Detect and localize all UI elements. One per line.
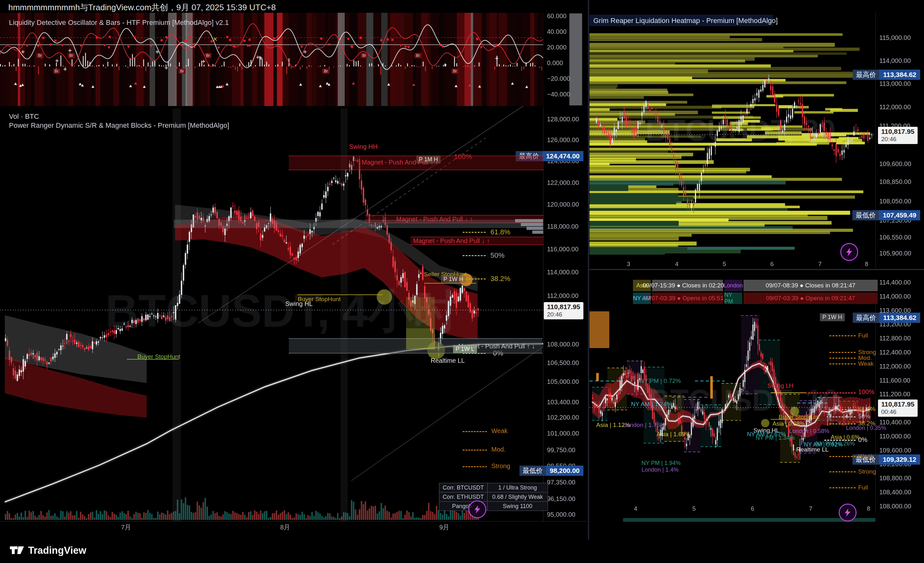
chart-label: NY PM | 0.72%: [640, 377, 681, 385]
strength-label: Mod.: [491, 446, 506, 453]
chart-label: 61.8%: [858, 406, 875, 413]
price-axis-tick: 108,400.00: [879, 488, 911, 496]
price-axis-tick: 128,000.00: [547, 115, 579, 123]
fib-dash: [805, 392, 856, 394]
price-axis-tick: 102,200.00: [547, 414, 579, 421]
methodalgo-lightning-icon[interactable]: [468, 500, 486, 518]
session-tag-london: London: [724, 280, 742, 291]
lowest-price-badge: 最低价107,459.49: [852, 210, 920, 220]
price-axis-tick: 115,000.00: [879, 34, 911, 42]
fib-dash: [830, 471, 856, 472]
chart-label: NY PM | 1.34%: [756, 435, 795, 441]
methodalgo-lightning-icon[interactable]: [840, 243, 858, 261]
chart-label: Weak: [858, 453, 873, 460]
fib-label: 38.2%: [490, 275, 510, 283]
fib-dash: [830, 358, 856, 359]
corr-label-cell: Corr. BTCUSDT: [440, 483, 488, 493]
price-axis-tick: 111,200.00: [879, 391, 910, 398]
fib-dash: [463, 232, 486, 233]
fib-label: 50%: [490, 251, 504, 260]
period-level-badge: P 1W L: [453, 345, 477, 353]
chart-label: Buyer StopHunt: [298, 296, 340, 303]
price-axis-tick: 106,550.00: [879, 234, 911, 241]
close-marker-icon: ✕: [213, 36, 218, 43]
tradingview-logo-icon[interactable]: [10, 543, 24, 558]
corr-value-cell: 0.68 / Slightly Weak: [488, 493, 548, 502]
time-axis-label[interactable]: 5: [692, 505, 696, 512]
breaker-badge: Br: [361, 53, 368, 58]
price-axis-tick: 109,600.00: [879, 160, 911, 168]
breaker-badge: Br: [178, 69, 186, 74]
breaker-badge: Br: [414, 53, 422, 58]
lowest-price-badge-tag: 最低价: [852, 210, 879, 220]
osc-axis-tick: 40.000: [547, 28, 567, 36]
chart-label: Swing LH: [768, 382, 794, 389]
chart-label: Asia | 0.68%: [772, 421, 805, 427]
highest-price-badge: 最高价113,384.62: [853, 70, 920, 80]
lightning-bolt-icon: [844, 247, 854, 257]
lowest-price-badge-value: 107,459.49: [879, 210, 920, 220]
tradingview-brand[interactable]: TradingView: [28, 545, 86, 556]
price-axis-tick: 116,000.00: [547, 246, 579, 253]
strength-dash: [463, 431, 487, 432]
chart-label: Full: [858, 332, 868, 339]
corr-label-cell: Corr. ETHUSDT: [440, 493, 488, 502]
time-axis-label[interactable]: 8: [865, 261, 868, 268]
time-axis-label[interactable]: 3: [627, 261, 630, 268]
time-axis-label[interactable]: 4: [675, 261, 679, 268]
price-axis-tick: 112,000.00: [547, 292, 579, 299]
highest-price-badge-value: 113,384.62: [879, 313, 920, 323]
fib-dash: [830, 416, 856, 418]
period-level-badge: P 1W H: [441, 275, 466, 283]
level-line: [127, 359, 179, 359]
breaker-badge: Br: [204, 53, 212, 58]
price-axis-tick: 122,000.00: [547, 179, 579, 187]
chart-label: London | 0.58%: [789, 428, 830, 435]
strength-label: Weak: [491, 427, 508, 435]
time-axis-label[interactable]: 7: [809, 505, 813, 512]
price-axis-tick: 118,000.00: [547, 223, 579, 230]
breaker-badge: Br: [452, 69, 459, 74]
time-axis-label[interactable]: 4: [634, 505, 638, 512]
time-axis-label[interactable]: 6: [770, 261, 774, 268]
highlight-zone: [406, 328, 435, 349]
magnet-zone: Magnet - Push And Pull ↓ ↑: [289, 156, 543, 170]
osc-projection-band: [569, 13, 582, 105]
price-axis-tick: 112,000.00: [879, 363, 911, 370]
session-countdown: 09/07-03:39 ● Opens in 09:21:47: [744, 292, 878, 304]
lowest-price-badge-value: 109,329.12: [879, 454, 920, 465]
time-axis-label[interactable]: 6: [751, 505, 754, 512]
price-axis-tick: 108,000.00: [547, 341, 579, 348]
price-axis-tick: 112,000.00: [879, 103, 911, 111]
lowest-price-badge-value: 98,200.00: [546, 466, 584, 476]
time-axis-label[interactable]: 7: [818, 261, 822, 268]
chart-label: NY PM | 1.94%: [642, 460, 681, 467]
highest-price-badge-tag: 最高价: [853, 70, 879, 80]
fib-dash: [824, 440, 856, 441]
fib-label: 61.8%: [490, 228, 510, 236]
corr-value-cell: Swing 1100: [488, 502, 548, 511]
strength-dash: [463, 466, 487, 467]
fib-dash: [830, 409, 856, 410]
price-axis-tick: 108,000.00: [879, 503, 911, 510]
table-row: Corr. ETHUSDT0.68 / Slightly Weak: [440, 493, 548, 502]
period-level-badge: P 1M H: [416, 156, 441, 163]
chart-label: London | 1.4%: [642, 467, 679, 473]
methodalgo-lightning-icon[interactable]: [839, 504, 856, 521]
table-row: Corr. BTCUSDT1 / Ultra Strong: [440, 483, 548, 493]
last-price-badge: 110,817.9520:46: [878, 127, 918, 144]
session-countdown: 09/07-15:39 ● Closes in 02:20:47: [652, 280, 723, 291]
time-axis-label[interactable]: 7月: [121, 523, 131, 532]
corr-value-cell: 1 / Ultra Strong: [488, 483, 548, 493]
price-axis-tick: 96,150.00: [547, 495, 575, 503]
session-strip: [623, 518, 875, 522]
strength-dash: [463, 450, 487, 451]
time-axis-label[interactable]: 5: [723, 261, 726, 268]
price-axis-tick: 114,000.00: [879, 293, 911, 300]
price-axis-tick: 120,000.00: [547, 201, 579, 208]
price-axis-tick: 112,400.00: [879, 349, 911, 356]
breaker-badge: Br: [53, 69, 60, 74]
time-axis-label[interactable]: 8: [867, 505, 870, 512]
time-axis-label[interactable]: 8月: [280, 523, 290, 532]
time-axis-label[interactable]: 9月: [440, 523, 449, 532]
